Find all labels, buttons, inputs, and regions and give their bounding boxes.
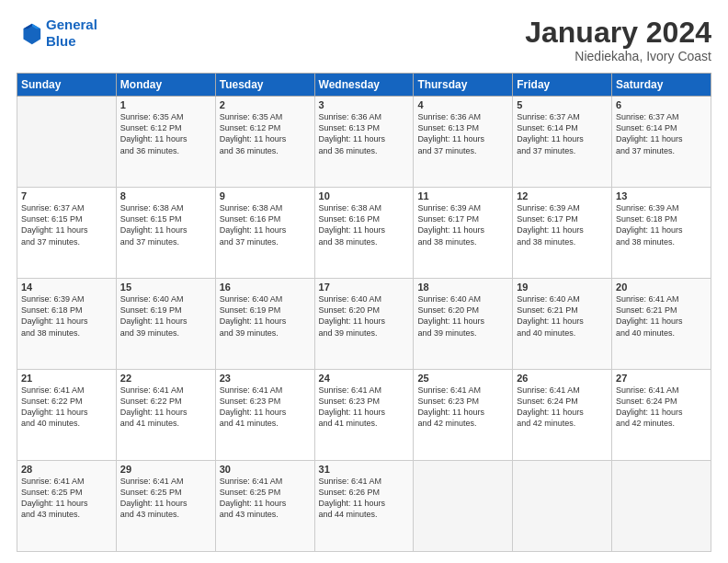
day-content: Sunrise: 6:38 AM Sunset: 6:16 PM Dayligh… — [319, 202, 410, 247]
day-content: Sunrise: 6:39 AM Sunset: 6:18 PM Dayligh… — [21, 293, 112, 339]
header: General Blue January 2024 Niediekaha, Iv… — [17, 17, 711, 63]
day-content: Sunrise: 6:40 AM Sunset: 6:21 PM Dayligh… — [517, 293, 608, 339]
day-number: 2 — [220, 99, 311, 110]
calendar-cell: 18Sunrise: 6:40 AM Sunset: 6:20 PM Dayli… — [414, 279, 513, 370]
week-row-5: 28Sunrise: 6:41 AM Sunset: 6:25 PM Dayli… — [17, 461, 711, 552]
calendar-cell: 23Sunrise: 6:41 AM Sunset: 6:23 PM Dayli… — [215, 370, 314, 461]
day-content: Sunrise: 6:41 AM Sunset: 6:23 PM Dayligh… — [417, 385, 508, 430]
logo-line1: General — [46, 17, 97, 32]
calendar-cell: 2Sunrise: 6:35 AM Sunset: 6:12 PM Daylig… — [215, 97, 314, 188]
calendar-cell: 20Sunrise: 6:41 AM Sunset: 6:21 PM Dayli… — [612, 279, 711, 370]
day-content: Sunrise: 6:39 AM Sunset: 6:17 PM Dayligh… — [417, 202, 508, 247]
calendar-table: SundayMondayTuesdayWednesdayThursdayFrid… — [17, 73, 711, 552]
header-row: SundayMondayTuesdayWednesdayThursdayFrid… — [17, 74, 711, 97]
logo-text: General Blue — [46, 17, 97, 50]
week-row-1: 1Sunrise: 6:35 AM Sunset: 6:12 PM Daylig… — [17, 97, 711, 188]
day-number: 24 — [319, 373, 410, 384]
day-number: 9 — [220, 190, 311, 201]
day-number: 8 — [120, 190, 211, 201]
day-content: Sunrise: 6:40 AM Sunset: 6:20 PM Dayligh… — [319, 293, 410, 339]
calendar-cell: 6Sunrise: 6:37 AM Sunset: 6:14 PM Daylig… — [612, 97, 711, 188]
calendar-cell: 16Sunrise: 6:40 AM Sunset: 6:19 PM Dayli… — [215, 279, 314, 370]
calendar-cell: 15Sunrise: 6:40 AM Sunset: 6:19 PM Dayli… — [116, 279, 215, 370]
calendar-cell: 28Sunrise: 6:41 AM Sunset: 6:25 PM Dayli… — [17, 461, 117, 552]
week-row-3: 14Sunrise: 6:39 AM Sunset: 6:18 PM Dayli… — [17, 279, 711, 370]
title-area: January 2024 Niediekaha, Ivory Coast — [525, 17, 711, 63]
month-title: January 2024 — [525, 17, 711, 49]
day-number: 21 — [21, 373, 112, 384]
day-content: Sunrise: 6:41 AM Sunset: 6:23 PM Dayligh… — [220, 385, 311, 430]
calendar-cell: 21Sunrise: 6:41 AM Sunset: 6:22 PM Dayli… — [17, 370, 117, 461]
day-content: Sunrise: 6:41 AM Sunset: 6:23 PM Dayligh… — [319, 385, 410, 430]
day-content: Sunrise: 6:35 AM Sunset: 6:12 PM Dayligh… — [120, 111, 211, 156]
col-header-tuesday: Tuesday — [215, 74, 314, 97]
day-number: 25 — [417, 373, 508, 384]
calendar-cell: 27Sunrise: 6:41 AM Sunset: 6:24 PM Dayli… — [612, 370, 711, 461]
day-content: Sunrise: 6:35 AM Sunset: 6:12 PM Dayligh… — [220, 111, 311, 156]
day-content: Sunrise: 6:36 AM Sunset: 6:13 PM Dayligh… — [417, 111, 508, 156]
calendar-cell: 13Sunrise: 6:39 AM Sunset: 6:18 PM Dayli… — [612, 188, 711, 279]
day-content: Sunrise: 6:37 AM Sunset: 6:14 PM Dayligh… — [616, 111, 707, 156]
day-number: 15 — [120, 282, 211, 293]
day-number: 18 — [417, 282, 508, 293]
calendar-cell — [414, 461, 513, 552]
calendar-cell: 4Sunrise: 6:36 AM Sunset: 6:13 PM Daylig… — [414, 97, 513, 188]
calendar-cell: 10Sunrise: 6:38 AM Sunset: 6:16 PM Dayli… — [314, 188, 414, 279]
day-number: 6 — [616, 99, 707, 110]
calendar-cell: 12Sunrise: 6:39 AM Sunset: 6:17 PM Dayli… — [513, 188, 612, 279]
day-number: 4 — [417, 99, 508, 110]
calendar-cell: 22Sunrise: 6:41 AM Sunset: 6:22 PM Dayli… — [116, 370, 215, 461]
calendar-cell: 31Sunrise: 6:41 AM Sunset: 6:26 PM Dayli… — [314, 461, 414, 552]
calendar-cell: 29Sunrise: 6:41 AM Sunset: 6:25 PM Dayli… — [116, 461, 215, 552]
calendar-cell: 17Sunrise: 6:40 AM Sunset: 6:20 PM Dayli… — [314, 279, 414, 370]
day-number: 14 — [21, 282, 112, 293]
calendar-cell: 24Sunrise: 6:41 AM Sunset: 6:23 PM Dayli… — [314, 370, 414, 461]
day-content: Sunrise: 6:38 AM Sunset: 6:16 PM Dayligh… — [220, 202, 311, 247]
day-number: 28 — [21, 464, 112, 475]
logo: General Blue — [17, 17, 97, 50]
day-content: Sunrise: 6:41 AM Sunset: 6:26 PM Dayligh… — [319, 476, 410, 521]
col-header-thursday: Thursday — [414, 74, 513, 97]
day-content: Sunrise: 6:41 AM Sunset: 6:22 PM Dayligh… — [21, 385, 112, 430]
calendar-cell: 14Sunrise: 6:39 AM Sunset: 6:18 PM Dayli… — [17, 279, 117, 370]
day-number: 10 — [319, 190, 410, 201]
calendar-cell: 26Sunrise: 6:41 AM Sunset: 6:24 PM Dayli… — [513, 370, 612, 461]
col-header-wednesday: Wednesday — [314, 74, 414, 97]
day-content: Sunrise: 6:41 AM Sunset: 6:25 PM Dayligh… — [220, 476, 311, 521]
day-number: 3 — [319, 99, 410, 110]
day-content: Sunrise: 6:39 AM Sunset: 6:18 PM Dayligh… — [616, 202, 707, 247]
calendar-cell: 7Sunrise: 6:37 AM Sunset: 6:15 PM Daylig… — [17, 188, 117, 279]
col-header-sunday: Sunday — [17, 74, 117, 97]
day-number: 27 — [616, 373, 707, 384]
calendar-cell: 11Sunrise: 6:39 AM Sunset: 6:17 PM Dayli… — [414, 188, 513, 279]
day-number: 26 — [517, 373, 608, 384]
calendar-cell: 1Sunrise: 6:35 AM Sunset: 6:12 PM Daylig… — [116, 97, 215, 188]
calendar-cell — [513, 461, 612, 552]
day-content: Sunrise: 6:38 AM Sunset: 6:15 PM Dayligh… — [120, 202, 211, 247]
day-content: Sunrise: 6:39 AM Sunset: 6:17 PM Dayligh… — [517, 202, 608, 247]
day-number: 7 — [21, 190, 112, 201]
day-content: Sunrise: 6:40 AM Sunset: 6:20 PM Dayligh… — [417, 293, 508, 339]
day-number: 1 — [120, 99, 211, 110]
calendar-cell: 8Sunrise: 6:38 AM Sunset: 6:15 PM Daylig… — [116, 188, 215, 279]
day-number: 29 — [120, 464, 211, 475]
day-content: Sunrise: 6:41 AM Sunset: 6:21 PM Dayligh… — [616, 293, 707, 339]
day-number: 16 — [220, 282, 311, 293]
location: Niediekaha, Ivory Coast — [525, 49, 711, 63]
day-number: 19 — [517, 282, 608, 293]
day-number: 22 — [120, 373, 211, 384]
day-content: Sunrise: 6:41 AM Sunset: 6:25 PM Dayligh… — [21, 476, 112, 521]
week-row-2: 7Sunrise: 6:37 AM Sunset: 6:15 PM Daylig… — [17, 188, 711, 279]
day-content: Sunrise: 6:40 AM Sunset: 6:19 PM Dayligh… — [220, 293, 311, 339]
day-number: 11 — [417, 190, 508, 201]
day-number: 13 — [616, 190, 707, 201]
calendar-cell — [612, 461, 711, 552]
week-row-4: 21Sunrise: 6:41 AM Sunset: 6:22 PM Dayli… — [17, 370, 711, 461]
day-content: Sunrise: 6:41 AM Sunset: 6:24 PM Dayligh… — [517, 385, 608, 430]
calendar-cell: 3Sunrise: 6:36 AM Sunset: 6:13 PM Daylig… — [314, 97, 414, 188]
day-content: Sunrise: 6:41 AM Sunset: 6:22 PM Dayligh… — [120, 385, 211, 430]
calendar-cell — [17, 97, 117, 188]
col-header-friday: Friday — [513, 74, 612, 97]
svg-marker-0 — [23, 24, 40, 44]
day-number: 20 — [616, 282, 707, 293]
